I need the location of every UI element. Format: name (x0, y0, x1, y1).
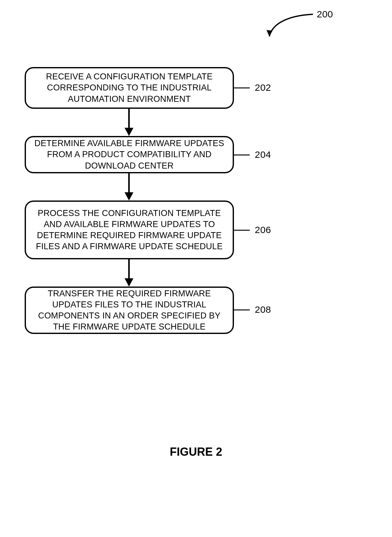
figure-caption: FIGURE 2 (0, 445, 392, 459)
svg-marker-6 (125, 278, 133, 287)
flow-step-1: RECEIVE A CONFIGURATION TEMPLATE CORRESP… (25, 67, 234, 109)
flow-step-4-ref: 208 (255, 304, 271, 315)
flow-step-2-text: DETERMINE AVAILABLE FIRMWARE UPDATES FRO… (32, 138, 227, 171)
flow-step-3: PROCESS THE CONFIGURATION TEMPLATE AND A… (25, 201, 234, 259)
flow-step-2: DETERMINE AVAILABLE FIRMWARE UPDATES FRO… (25, 136, 234, 173)
flow-step-1-text: RECEIVE A CONFIGURATION TEMPLATE CORRESP… (32, 71, 227, 104)
figure-ref-number: 200 (317, 9, 333, 20)
flow-step-3-ref: 206 (255, 225, 271, 235)
flow-step-4: TRANSFER THE REQUIRED FIRMWARE UPDATES F… (25, 287, 234, 334)
svg-marker-2 (125, 128, 133, 136)
flow-step-4-text: TRANSFER THE REQUIRED FIRMWARE UPDATES F… (32, 288, 227, 332)
flow-step-3-text: PROCESS THE CONFIGURATION TEMPLATE AND A… (32, 208, 227, 252)
svg-marker-4 (125, 192, 133, 201)
flow-step-1-ref: 202 (255, 82, 271, 93)
flowchart-canvas: 200 RECEIVE A CONFIGURATION TEMPLATE COR… (0, 0, 392, 537)
svg-marker-0 (266, 30, 273, 36)
flow-step-2-ref: 204 (255, 149, 271, 160)
